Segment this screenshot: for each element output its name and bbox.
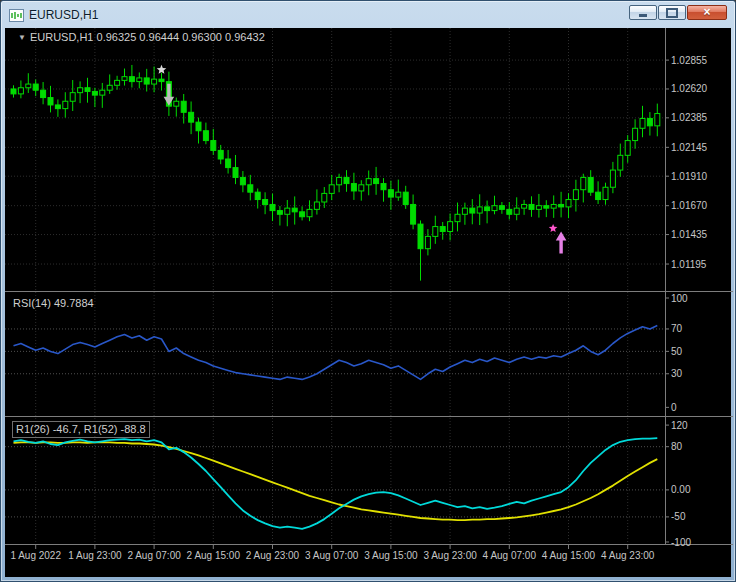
svg-text:1.02620: 1.02620: [671, 83, 708, 94]
grid-lines: [5, 28, 665, 549]
svg-text:120: 120: [671, 420, 688, 431]
svg-text:1.02385: 1.02385: [671, 112, 708, 123]
svg-text:-100: -100: [671, 537, 691, 548]
svg-text:2 Aug 07:00: 2 Aug 07:00: [127, 550, 181, 561]
svg-text:30: 30: [671, 368, 683, 379]
oscillator-indicator-label: R1(26) -46.7, R1(52) -88.8: [12, 421, 150, 438]
svg-text:-50: -50: [671, 511, 686, 522]
minimize-button[interactable]: [629, 5, 657, 20]
close-button[interactable]: ×: [687, 5, 727, 20]
svg-text:0: 0: [671, 402, 677, 413]
svg-text:3 Aug 15:00: 3 Aug 15:00: [364, 550, 418, 561]
panel-separators: [5, 28, 733, 545]
price-scale-labels: 1.028551.026201.023851.021451.019101.016…: [665, 55, 708, 270]
restore-button[interactable]: [658, 5, 686, 20]
svg-text:1 Aug 2022: 1 Aug 2022: [10, 550, 61, 561]
mt4-chart-window: EURUSD,H1 × 1.028551.026201.023851.02145…: [0, 0, 736, 582]
window-title: EURUSD,H1: [29, 8, 98, 22]
ohlc-text: EURUSD,H1 0.96325 0.96444 0.96300 0.9643…: [30, 31, 265, 43]
svg-text:1.02855: 1.02855: [671, 55, 708, 66]
svg-text:1 Aug 23:00: 1 Aug 23:00: [68, 550, 122, 561]
r1-26-line: [14, 438, 658, 529]
minimize-icon: [639, 14, 647, 17]
chart-canvas[interactable]: 1.028551.026201.023851.021451.019101.016…: [5, 28, 733, 579]
svg-text:2 Aug 15:00: 2 Aug 15:00: [187, 550, 241, 561]
svg-text:3 Aug 23:00: 3 Aug 23:00: [423, 550, 477, 561]
ohlc-line[interactable]: ▼EURUSD,H1 0.96325 0.96444 0.96300 0.964…: [18, 31, 265, 43]
buy-signal-arrow: [549, 224, 567, 254]
svg-text:1.01670: 1.01670: [671, 200, 708, 211]
svg-text:80: 80: [671, 441, 683, 452]
svg-text:1.01195: 1.01195: [671, 259, 707, 270]
rsi-line: [14, 326, 658, 380]
svg-text:3 Aug 07:00: 3 Aug 07:00: [305, 550, 359, 561]
symbol-dropdown-icon[interactable]: ▼: [18, 33, 26, 42]
svg-text:2 Aug 23:00: 2 Aug 23:00: [246, 550, 300, 561]
chart-client-area[interactable]: 1.028551.026201.023851.021451.019101.016…: [5, 28, 731, 577]
time-axis-labels: 1 Aug 20221 Aug 23:002 Aug 07:002 Aug 15…: [10, 550, 654, 561]
chart-window-icon: [9, 8, 24, 21]
svg-text:1.01910: 1.01910: [671, 171, 708, 182]
svg-text:0.00: 0.00: [671, 484, 691, 495]
svg-text:4 Aug 15:00: 4 Aug 15:00: [542, 550, 596, 561]
svg-text:1.02145: 1.02145: [671, 142, 708, 153]
rsi-scale-labels: 1007050300: [665, 293, 688, 413]
svg-text:70: 70: [671, 323, 683, 334]
window-controls: ×: [628, 5, 727, 20]
restore-icon: [666, 8, 678, 18]
close-icon: ×: [703, 6, 710, 19]
r1-52-line: [14, 442, 658, 520]
rsi-indicator-label: RSI(14) 49.7884: [13, 297, 94, 309]
svg-text:4 Aug 23:00: 4 Aug 23:00: [601, 550, 655, 561]
svg-text:4 Aug 07:00: 4 Aug 07:00: [483, 550, 537, 561]
oscillator-scale-labels: 120800.00-50-100: [665, 420, 691, 548]
svg-text:1.01435: 1.01435: [671, 229, 708, 240]
svg-text:50: 50: [671, 346, 683, 357]
titlebar[interactable]: EURUSD,H1 ×: [1, 1, 735, 28]
svg-text:100: 100: [671, 293, 688, 304]
